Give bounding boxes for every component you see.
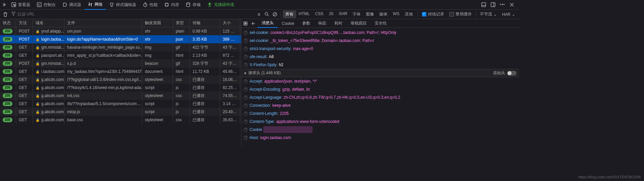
search-icon[interactable] <box>264 11 270 18</box>
tab-memory[interactable]: 内存 <box>161 0 182 10</box>
chevron-down-icon: ▾ <box>244 71 246 76</box>
col-file[interactable]: 文件 <box>64 19 142 27</box>
request-row[interactable]: 200 GET 🔒g.alicdn.com mtop.js script js … <box>0 108 241 116</box>
detail-tab-安全性[interactable]: 安全性 <box>371 19 391 28</box>
status-badge: 200 <box>3 118 12 122</box>
tab-label: 存储 <box>193 2 201 8</box>
dock-bottom-icon[interactable] <box>480 1 487 8</box>
back-icon[interactable] <box>250 20 258 27</box>
tab-label: 无障碍环境 <box>214 2 234 8</box>
svg-rect-8 <box>491 3 495 7</box>
replay-icon[interactable] <box>241 20 250 27</box>
help-icon[interactable]: ? <box>244 55 248 59</box>
block-icon[interactable] <box>272 11 278 18</box>
svg-point-2 <box>144 3 147 7</box>
col-type[interactable]: 类型 <box>173 19 190 27</box>
inspector-icon <box>11 2 16 7</box>
lock-icon: 🔒 <box>36 54 40 57</box>
request-row[interactable]: 200 GET 🔒passport.ali... mini_apply_st.j… <box>0 51 241 59</box>
accessibility-icon <box>207 2 212 7</box>
status-badge: 200 <box>3 77 12 82</box>
filter-type-XHR[interactable]: XHR <box>336 10 350 18</box>
filter-type-CSS[interactable]: CSS <box>312 10 326 18</box>
status-badge: 200 <box>3 85 12 90</box>
help-icon[interactable]: ? <box>244 111 248 116</box>
detail-tab-响应[interactable]: 响应 <box>314 19 330 28</box>
storage-icon <box>186 2 191 7</box>
tab-inspector[interactable]: 查看器 <box>8 0 34 10</box>
dock-side-icon[interactable] <box>490 1 496 8</box>
help-icon[interactable]: ? <box>244 136 248 140</box>
status-badge: 200 <box>3 45 12 50</box>
tab-network[interactable]: 网络 <box>85 0 106 10</box>
detail-tab-消息头[interactable]: 消息头 <box>258 19 278 28</box>
disable-cache-checkbox[interactable]: 禁用缓存 <box>447 11 474 17</box>
request-row[interactable]: 200 GET 🔒i.taobao.com my_taobao.htm?spm=… <box>0 67 241 76</box>
filter-type-JS[interactable]: JS <box>326 10 336 18</box>
filter-url-input[interactable]: 过滤 URL <box>17 11 35 17</box>
request-row[interactable]: 200 POST 🔒login.taoba... login.do?appNam… <box>0 35 241 43</box>
filter-type-其他[interactable]: 其他 <box>402 10 416 18</box>
pause-icon[interactable] <box>256 11 262 18</box>
col-cause[interactable]: 触发原因 <box>142 19 173 27</box>
detail-tab-Cookie[interactable]: Cookie <box>278 19 298 28</box>
more-icon[interactable]: ••• <box>499 1 506 8</box>
col-status[interactable]: 状态 <box>0 19 16 27</box>
memory-icon <box>164 2 169 7</box>
filter-type-HTML[interactable]: HTML <box>296 10 313 18</box>
close-icon[interactable] <box>508 1 515 8</box>
request-row[interactable]: 200 GET 🔒g.alicdn.com /??kissy/k/1.4.16/… <box>0 84 241 92</box>
help-icon[interactable]: ? <box>244 95 248 100</box>
tab-style[interactable]: 样式编辑器 <box>106 0 140 10</box>
request-row[interactable]: 200 GET 🔒g.alicdn.com base.css styleshee… <box>0 116 241 124</box>
help-icon[interactable]: ? <box>244 120 248 124</box>
help-icon[interactable]: ? <box>244 128 248 132</box>
tab-label: 调试器 <box>69 2 81 8</box>
detail-tab-堆栈跟踪[interactable]: 堆栈跟踪 <box>346 19 371 28</box>
request-row[interactable]: 200 POST 🔒gm.mmstat... x.p.d beacon gif … <box>0 59 241 67</box>
col-domain[interactable]: 域名 <box>33 19 64 27</box>
tab-accessibility[interactable]: 无障碍环境 <box>204 0 237 10</box>
raw-toggle[interactable] <box>507 71 517 76</box>
request-row[interactable]: 200 POST 🔒ynuf.aliapp... um.json xhr pla… <box>0 27 241 35</box>
filter-type-所有[interactable]: 所有 <box>283 10 296 18</box>
help-icon[interactable]: ? <box>244 31 248 35</box>
request-row[interactable]: 200 GET 🔒g.alicdn.com /??kg/global-util/… <box>0 76 241 84</box>
svg-line-15 <box>274 13 276 15</box>
trash-icon[interactable] <box>2 11 9 18</box>
filter-type-媒体[interactable]: 媒体 <box>377 10 390 18</box>
overflow-left-icon[interactable] <box>1 1 8 8</box>
help-icon[interactable]: ? <box>244 47 248 51</box>
request-row[interactable]: 200 GET 🔒gm.mmstat... havana-minilogin.h… <box>0 43 241 51</box>
tab-storage[interactable]: 存储 <box>182 0 204 10</box>
filter-type-WS[interactable]: WS <box>390 10 402 18</box>
filter-type-图像[interactable]: 图像 <box>363 10 377 18</box>
detail-tab-耗时[interactable]: 耗时 <box>330 19 346 28</box>
tab-label: 查看器 <box>18 2 30 8</box>
status-badge: 200 <box>3 37 12 42</box>
header-line: ?Host: login.taobao.com <box>241 134 519 142</box>
tab-label: 性能 <box>150 2 158 8</box>
svg-point-12 <box>265 12 268 15</box>
help-icon[interactable]: ? <box>244 103 248 108</box>
detail-tab-参数[interactable]: 参数 <box>298 19 314 28</box>
header-line: ?Content-Length: 2205 <box>241 109 519 118</box>
help-icon[interactable]: ? <box>244 63 248 67</box>
tab-console[interactable]: 控制台 <box>34 0 59 10</box>
help-icon[interactable]: ? <box>244 79 248 84</box>
request-row[interactable]: 200 GET 🔒g.alicdn.com init.css styleshee… <box>0 92 241 100</box>
col-method[interactable]: 方法 <box>16 19 33 27</box>
filter-type-字体[interactable]: 字体 <box>350 10 363 18</box>
tab-debugger[interactable]: 调试器 <box>59 0 85 10</box>
throttle-select[interactable]: 不节流⌄ <box>478 11 499 17</box>
request-headers-section[interactable]: ▾ 请求头 (1.446 KB) <box>244 70 493 76</box>
request-row[interactable]: 200 GET 🔒g.alicdn.com /tb/??mytaobao/5.1… <box>0 100 241 108</box>
persist-log-checkbox[interactable]: 持续记录 <box>420 11 446 17</box>
col-size[interactable]: 大小 <box>220 19 240 27</box>
col-transferred[interactable]: 传输 <box>190 19 220 27</box>
lock-icon: 🔒 <box>36 70 40 74</box>
tab-performance[interactable]: 性能 <box>140 0 161 10</box>
har-menu[interactable]: HAR⌄ <box>500 12 517 17</box>
help-icon[interactable]: ? <box>244 87 248 92</box>
help-icon[interactable]: ? <box>244 39 248 43</box>
